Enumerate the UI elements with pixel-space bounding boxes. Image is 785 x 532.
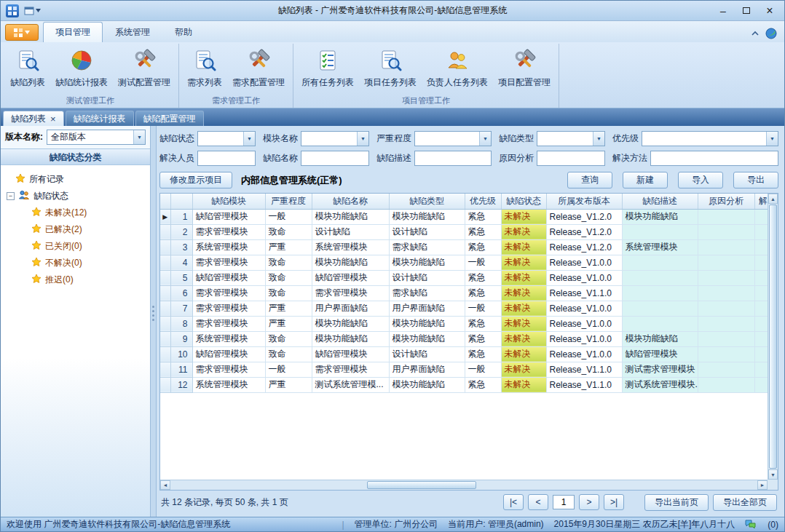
tree-item-closed[interactable]: 已关闭(0) bbox=[4, 238, 147, 255]
quick-access-toolbar-icon[interactable] bbox=[21, 5, 44, 17]
horizontal-scrollbar[interactable]: ◄ ► bbox=[160, 480, 768, 490]
menu-tab-help[interactable]: 帮助 bbox=[162, 22, 205, 42]
severity-input[interactable] bbox=[415, 134, 479, 144]
version-select[interactable]: 全部版本 ▼ bbox=[47, 130, 146, 145]
ribbon-item-owner-task-list[interactable]: 负责人任务列表 bbox=[422, 47, 493, 91]
column-header[interactable]: 所属发布版本 bbox=[546, 194, 622, 209]
close-button[interactable]: × bbox=[758, 3, 781, 19]
chevron-down-icon[interactable]: ▼ bbox=[243, 132, 255, 146]
tree-item-wontfix[interactable]: 不解决(0) bbox=[4, 255, 147, 271]
table-row[interactable]: 2需求管理模块致命设计缺陷设计缺陷紧急未解决Release_V1.2.0 bbox=[160, 224, 768, 239]
ribbon-item-requirement-list[interactable]: 需求列表 bbox=[182, 47, 227, 91]
solution-input[interactable] bbox=[651, 154, 778, 164]
page-number-input[interactable] bbox=[553, 495, 575, 509]
table-row[interactable]: 4需求管理模块致命模块功能缺陷模块功能缺陷一般未解决Release_V1.0.0 bbox=[160, 255, 768, 270]
import-button[interactable]: 导入 bbox=[678, 172, 723, 188]
table-row[interactable]: 3系统管理模块严重系统管理模块需求缺陷紧急未解决Release_V1.2.0系统… bbox=[160, 239, 768, 255]
export-current-page-button[interactable]: 导出当前页 bbox=[644, 494, 709, 511]
ribbon-item-all-task-list[interactable]: 所有任务列表 bbox=[296, 47, 359, 91]
chevron-down-icon[interactable]: ▼ bbox=[357, 132, 368, 146]
filter-input-cause-analysis[interactable] bbox=[537, 151, 605, 166]
first-page-button[interactable]: |< bbox=[503, 494, 524, 510]
column-header[interactable]: 缺陷模块 bbox=[192, 194, 265, 209]
tree-expander-icon[interactable]: − bbox=[7, 192, 15, 200]
column-header[interactable]: 原因分析 bbox=[698, 194, 754, 209]
query-button[interactable]: 查询 bbox=[567, 172, 612, 188]
filter-select-defect-status[interactable]: ▼ bbox=[197, 131, 256, 146]
filter-input-defect-name[interactable] bbox=[301, 151, 369, 166]
scroll-down-icon[interactable]: ▼ bbox=[768, 469, 778, 480]
ribbon-item-test-config[interactable]: 测试配置管理 bbox=[113, 47, 175, 91]
table-row[interactable]: 6需求管理模块致命需求管理模块需求缺陷紧急未解决Release_V1.1.0 bbox=[160, 285, 768, 301]
app-icon[interactable] bbox=[6, 4, 19, 17]
column-header[interactable]: 缺陷状态 bbox=[501, 194, 546, 209]
filter-input-solution[interactable] bbox=[650, 151, 778, 166]
filter-input-defect-desc[interactable] bbox=[414, 151, 492, 166]
filter-select-defect-type[interactable]: ▼ bbox=[537, 131, 605, 146]
column-header[interactable]: 缺陷类型 bbox=[389, 194, 465, 209]
defect-name-input[interactable] bbox=[301, 154, 368, 164]
collapse-ribbon-icon[interactable] bbox=[751, 31, 760, 36]
table-row[interactable]: 9系统管理模块致命模块功能缺陷模块功能缺陷紧急未解决Release_V1.0.0… bbox=[160, 331, 768, 346]
scroll-up-icon[interactable]: ▲ bbox=[768, 194, 778, 204]
chevron-down-icon[interactable]: ▼ bbox=[593, 132, 604, 146]
tree-item-all-records[interactable]: 所有记录 bbox=[4, 171, 147, 188]
tree-item-defect-status[interactable]: −缺陷状态 bbox=[4, 188, 147, 205]
minimize-button[interactable]: – bbox=[711, 3, 735, 19]
ribbon-item-defect-list[interactable]: 缺陷列表 bbox=[5, 47, 50, 91]
table-row[interactable]: 5缺陷管理模块致命缺陷管理模块设计缺陷紧急未解决Release_V1.0.0 bbox=[160, 270, 768, 285]
table-row[interactable]: 12系统管理模块严重测试系统管理模...模块功能缺陷紧急未解决Release_V… bbox=[160, 377, 768, 392]
doc-tab-defect-report[interactable]: 缺陷统计报表 bbox=[66, 111, 134, 126]
next-page-button[interactable]: > bbox=[579, 494, 599, 510]
defect-type-input[interactable] bbox=[537, 134, 593, 144]
filter-select-priority[interactable]: ▼ bbox=[642, 131, 778, 146]
messages-icon[interactable] bbox=[745, 520, 756, 529]
menu-tab-system-management[interactable]: 系统管理 bbox=[103, 22, 162, 42]
doc-tab-defect-list[interactable]: 缺陷列表× bbox=[3, 111, 64, 126]
table-row[interactable]: 8需求管理模块严重模块功能缺陷模块功能缺陷紧急未解决Release_V1.0.0 bbox=[160, 316, 768, 331]
ribbon-item-defect-report[interactable]: 缺陷统计报表 bbox=[50, 47, 113, 91]
table-row[interactable]: 7需求管理模块严重用户界面缺陷用户界面缺陷一般未解决Release_V1.0.0 bbox=[160, 301, 768, 316]
priority-input[interactable] bbox=[642, 134, 766, 144]
tree-item-unresolved[interactable]: 未解决(12) bbox=[4, 205, 147, 221]
app-menu-button[interactable] bbox=[5, 24, 39, 41]
last-page-button[interactable]: >| bbox=[604, 494, 624, 510]
tree-item-postponed[interactable]: 推迟(0) bbox=[4, 271, 147, 288]
chevron-down-icon[interactable]: ▼ bbox=[766, 132, 778, 146]
new-button[interactable]: 新建 bbox=[623, 172, 668, 188]
maximize-button[interactable] bbox=[735, 3, 758, 19]
prev-page-button[interactable]: < bbox=[528, 494, 548, 510]
defect-status-input[interactable] bbox=[198, 134, 243, 144]
scroll-right-icon[interactable]: ► bbox=[757, 480, 768, 490]
export-button[interactable]: 导出 bbox=[733, 172, 778, 188]
filter-select-module-name[interactable]: ▼ bbox=[301, 131, 369, 146]
close-tab-icon[interactable]: × bbox=[50, 114, 56, 124]
cause-analysis-input[interactable] bbox=[537, 154, 604, 164]
column-header[interactable]: 解决方法 bbox=[754, 194, 768, 209]
vertical-scroll-thumb[interactable] bbox=[769, 205, 777, 469]
table-row[interactable]: 11需求管理模块一般需求管理模块用户界面缺陷一般未解决Release_V1.1.… bbox=[160, 362, 768, 377]
column-header[interactable]: 严重程度 bbox=[265, 194, 312, 209]
table-row[interactable]: 10缺陷管理模块致命缺陷管理模块设计缺陷紧急未解决Release_V1.0.0缺… bbox=[160, 346, 768, 362]
vertical-scrollbar[interactable]: ▲ ▼ bbox=[768, 194, 778, 480]
column-header[interactable]: 缺陷描述 bbox=[622, 194, 698, 209]
chevron-down-icon[interactable]: ▼ bbox=[133, 130, 145, 144]
modify-display-items-button[interactable]: 修改显示项目 bbox=[159, 172, 232, 188]
splitter[interactable] bbox=[151, 126, 157, 517]
defect-desc-input[interactable] bbox=[415, 154, 491, 164]
ribbon-item-project-task-list[interactable]: 项目任务列表 bbox=[359, 47, 422, 91]
filter-input-resolver[interactable] bbox=[197, 151, 256, 166]
filter-select-severity[interactable]: ▼ bbox=[414, 131, 492, 146]
module-name-input[interactable] bbox=[301, 134, 357, 144]
ribbon-item-project-config[interactable]: 项目配置管理 bbox=[493, 47, 556, 91]
table-row[interactable]: ▶1缺陷管理模块一般模块功能缺陷模块功能缺陷紧急未解决Release_V1.2.… bbox=[160, 209, 768, 224]
column-header[interactable]: 缺陷名称 bbox=[312, 194, 389, 209]
horizontal-scroll-thumb[interactable] bbox=[367, 481, 476, 489]
tree-item-resolved[interactable]: 已解决(2) bbox=[4, 221, 147, 238]
scroll-left-icon[interactable]: ◄ bbox=[160, 480, 170, 490]
doc-tab-defect-config[interactable]: 缺陷配置管理 bbox=[135, 111, 204, 126]
ribbon-item-requirement-config[interactable]: 需求配置管理 bbox=[227, 47, 290, 91]
chevron-down-icon[interactable]: ▼ bbox=[479, 132, 491, 146]
export-all-pages-button[interactable]: 导出全部页 bbox=[713, 494, 777, 511]
skin-icon[interactable] bbox=[765, 28, 777, 39]
